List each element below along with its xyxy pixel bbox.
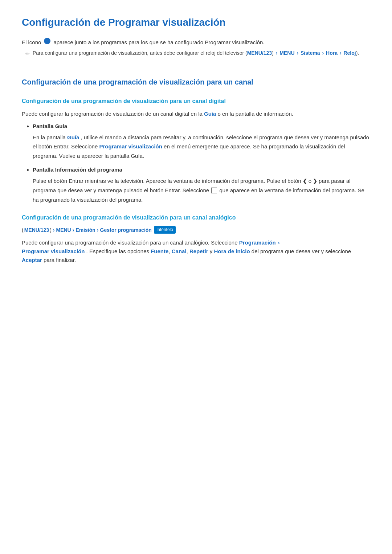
intro-text: El icono bbox=[22, 38, 41, 47]
left-arrow-icon: ❮ bbox=[303, 178, 309, 184]
bullet1-content: En la pantalla Guía , utilice el mando a… bbox=[33, 133, 370, 161]
note-text: Para configurar una programación de visu… bbox=[33, 49, 359, 57]
list-item-guia: Pantalla Guía En la pantalla Guía , util… bbox=[33, 122, 370, 161]
bullet-list: Pantalla Guía En la pantalla Guía , util… bbox=[33, 122, 370, 204]
schedule-icon bbox=[211, 188, 217, 193]
intentelo-badge: Inténtelo bbox=[154, 226, 176, 234]
breadcrumb-nav: (MENU/123) › MENU › Emisión › Gestor pro… bbox=[22, 226, 370, 234]
right-arrow-icon: ❯ bbox=[313, 178, 319, 184]
list-item-info: Pantalla Información del programa Pulse … bbox=[33, 165, 370, 204]
intro-middle: aparece junto a los programas para los q… bbox=[53, 38, 264, 47]
page-title: Configuración de Programar visualización bbox=[22, 15, 370, 31]
bullet2-content: Pulse el botón Entrar mientras ve la tel… bbox=[33, 176, 370, 204]
section-divider bbox=[22, 65, 370, 65]
subsection2-title: Configuración de una programación de vis… bbox=[22, 213, 370, 222]
intro-block: El icono aparece junto a los programas p… bbox=[22, 38, 370, 58]
subsection2-body: Puede configurar una programación de vis… bbox=[22, 238, 370, 264]
subsection1-intro: Puede configurar la programación de visu… bbox=[22, 110, 370, 118]
clock-icon bbox=[44, 38, 50, 44]
note-block: ✏ Para configurar una programación de vi… bbox=[25, 49, 370, 58]
section1-title: Configuración de una programación de vis… bbox=[22, 76, 370, 88]
intro-line: El icono aparece junto a los programas p… bbox=[22, 38, 370, 47]
subsection1-title: Configuración de una programación de vis… bbox=[22, 97, 370, 106]
pencil-icon: ✏ bbox=[25, 50, 30, 58]
